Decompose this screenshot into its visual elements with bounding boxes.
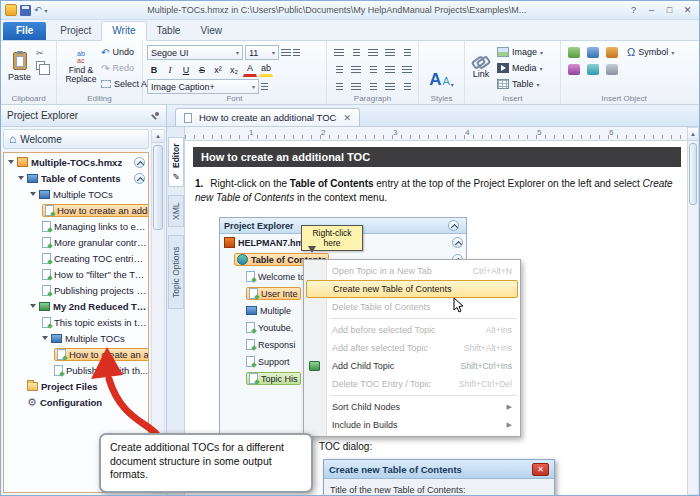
justify-icon[interactable] [382, 45, 398, 61]
tree-item-topic[interactable]: How to "filter" the TOC... [4, 266, 148, 282]
tab-file[interactable]: File [3, 22, 46, 40]
bullet-list-icon[interactable] [281, 49, 291, 57]
numbered-list-icon[interactable] [293, 49, 300, 57]
tree-item-project-root[interactable]: Multiple-TOCs.hmxz [4, 154, 148, 170]
sidebar-item-welcome[interactable]: ⌂ Welcome [3, 129, 149, 149]
scrollbar-thumb[interactable] [153, 145, 163, 230]
tab-project[interactable]: Project [50, 22, 101, 40]
box-icon[interactable] [365, 79, 381, 95]
save-icon[interactable] [20, 5, 31, 16]
align-right-icon[interactable] [365, 45, 381, 61]
menu-item-include-in-builds[interactable]: Include in Builds ▶ [304, 416, 520, 434]
menu-item-create-new-toc[interactable]: Create new Table of Contents [306, 280, 518, 298]
tree-item-toc[interactable]: Table of Contents [4, 170, 148, 186]
find-replace-button[interactable]: abac Find & Replace [61, 44, 101, 90]
tree-item-multiple-tocs[interactable]: Multiple TOCs [4, 186, 148, 202]
insert-table-button[interactable]: Table ▾ [497, 76, 543, 92]
tree-item-topic[interactable]: Publishing with th... [4, 362, 148, 378]
align-left-icon[interactable] [331, 45, 347, 61]
close-button[interactable]: ✕ [680, 5, 695, 15]
link-button[interactable]: Link [469, 44, 493, 90]
font-family-select[interactable]: Segoe UI ▾ [147, 45, 243, 60]
strikethrough-button[interactable]: S [195, 63, 209, 77]
html-code-icon[interactable] [568, 64, 580, 75]
expand-arrow-icon[interactable] [42, 336, 48, 343]
main-scrollbar[interactable]: ▲ [687, 127, 699, 495]
tree-item-project-files[interactable]: Project Files [4, 378, 148, 394]
snippet-icon[interactable] [606, 47, 618, 58]
tab-topic-options[interactable]: Topic Options [168, 235, 184, 309]
scroll-up-icon[interactable]: ▲ [688, 128, 698, 141]
tab-write[interactable]: Write [101, 21, 146, 41]
ole-object-icon[interactable] [606, 64, 618, 75]
bold-button[interactable]: B [147, 63, 161, 77]
menu-item-delete-toc: Delete Table of Contents [304, 298, 520, 316]
subscript-button[interactable]: x₂ [227, 63, 241, 77]
underline-button[interactable]: U [179, 63, 193, 77]
scrollbar-thumb[interactable] [689, 143, 697, 205]
line-spacing-icon[interactable] [399, 45, 415, 61]
spacing-icon[interactable] [382, 79, 398, 95]
tree-item-topic[interactable]: How to create an addit... [4, 202, 148, 218]
tabs-icon[interactable] [399, 79, 415, 95]
font-size-select[interactable]: 11 ▾ [245, 45, 279, 60]
dialog-close-button[interactable]: ✕ [532, 463, 549, 476]
qat-dropdown-icon[interactable]: ▾ [45, 7, 48, 14]
paste-button[interactable]: Paste [5, 44, 34, 90]
borders-icon[interactable] [399, 62, 415, 78]
insert-media-button[interactable]: Media ▾ [497, 60, 543, 76]
bullets-icon[interactable] [331, 62, 347, 78]
tab-editor[interactable]: ✎ Editor [168, 137, 184, 187]
menu-item-sort-child-nodes[interactable]: Sort Child Nodes ▶ [304, 398, 520, 416]
tree-item-second-toc[interactable]: My 2nd Reduced TOC [4, 298, 148, 314]
collapse-chevron-button[interactable] [134, 173, 145, 184]
menu-item-add-child[interactable]: Add Child Topic Shift+Ctrl+Ins [304, 357, 520, 375]
minimize-button[interactable]: – [644, 5, 659, 15]
help-button[interactable]: ? [626, 5, 641, 15]
shading-icon[interactable] [348, 79, 364, 95]
undo-icon[interactable]: ↶ [34, 5, 42, 15]
highlight-button[interactable]: ab [259, 63, 273, 77]
tree-item-topic[interactable]: This topic exists in the 2nd... [4, 314, 148, 330]
pin-icon[interactable] [150, 111, 160, 121]
expand-arrow-icon[interactable] [30, 304, 36, 311]
copy-icon[interactable] [36, 61, 45, 70]
tab-xml[interactable]: XML [168, 195, 184, 227]
insert-image-button[interactable]: Image ▾ [497, 44, 543, 60]
scroll-up-icon[interactable]: ▲ [152, 130, 164, 143]
tree-item-topic[interactable]: Publishing projects with... [4, 282, 148, 298]
tree-item-topic[interactable]: Creating TOC entries for... [4, 250, 148, 266]
tree-item-topic[interactable]: More granular control o... [4, 234, 148, 250]
expand-arrow-icon[interactable] [8, 160, 14, 167]
tree-item-topic[interactable]: Managing links to exclu... [4, 218, 148, 234]
cut-icon[interactable]: ✂ [36, 48, 45, 58]
tree-item-multiple-tocs-2[interactable]: Multiple TOCs [4, 330, 148, 346]
document-tab[interactable]: How to create an additional TOC ✕ [175, 108, 360, 126]
collapse-chevron-button[interactable] [134, 157, 145, 168]
anchor-icon[interactable] [587, 47, 599, 58]
indent-increase-icon[interactable] [382, 62, 398, 78]
toc-object-icon[interactable] [568, 47, 580, 58]
clear-format-icon[interactable] [261, 83, 268, 91]
style-select[interactable]: Image Caption+ ▾ [147, 79, 259, 94]
group-insert: Link Image ▾ Media ▾ Table [465, 41, 561, 104]
expand-arrow-icon[interactable] [18, 176, 24, 183]
superscript-button[interactable]: x² [211, 63, 225, 77]
paragraph-marks-icon[interactable] [331, 79, 347, 95]
font-color-button[interactable]: A [243, 63, 257, 77]
tab-table[interactable]: Table [147, 22, 191, 40]
maximize-button[interactable]: □ [662, 5, 677, 15]
expand-arrow-icon[interactable] [30, 192, 36, 199]
italic-button[interactable]: I [163, 63, 177, 77]
tree-item-configuration[interactable]: ⚙ Configuration [4, 394, 148, 410]
numbering-icon[interactable] [348, 62, 364, 78]
tab-view[interactable]: View [190, 22, 232, 40]
indent-decrease-icon[interactable] [365, 62, 381, 78]
insert-symbol-button[interactable]: Ω Symbol ▾ [627, 44, 674, 60]
align-center-icon[interactable] [348, 45, 364, 61]
video-object-icon[interactable] [587, 64, 599, 75]
styles-button[interactable]: A A ▾ [423, 44, 460, 88]
tree-item-topic[interactable]: How to create an addit... [4, 346, 148, 362]
undo-arrow-icon: ↶ [101, 47, 109, 58]
close-tab-icon[interactable]: ✕ [343, 113, 351, 123]
